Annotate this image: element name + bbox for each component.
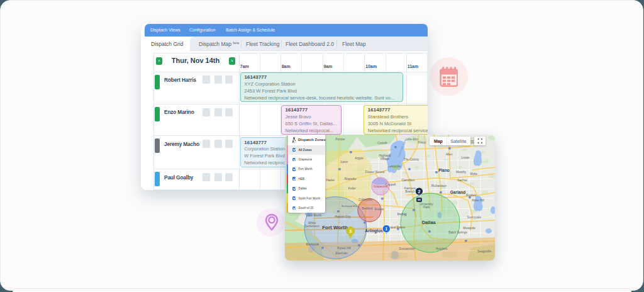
svg-text:Little Elm: Little Elm (406, 138, 418, 141)
svg-text:Flower Mound: Flower Mound (365, 171, 385, 174)
svg-text:Forest Hill: Forest Hill (337, 247, 351, 250)
svg-text:Irving: Irving (397, 212, 407, 216)
svg-text:Rowlett: Rowlett (466, 194, 477, 197)
svg-text:1: 1 (385, 227, 387, 231)
svg-text:Village: Village (380, 157, 390, 160)
svg-text:Haltom City: Haltom City (335, 215, 351, 218)
svg-text:Grapevine: Grapevine (374, 185, 387, 188)
svg-text:Fort Worth: Fort Worth (322, 225, 348, 230)
svg-text:2: 2 (418, 189, 420, 194)
svg-text:Benbrook: Benbrook (306, 243, 319, 246)
svg-text:Murphy: Murphy (456, 171, 467, 174)
svg-text:Richardson: Richardson (431, 184, 447, 188)
svg-text:Sachse: Sachse (457, 179, 467, 182)
svg-text:Lewisville: Lewisville (388, 165, 401, 168)
svg-text:Haslet: Haslet (326, 179, 335, 182)
svg-text:Hutchins: Hutchins (436, 247, 448, 250)
svg-text:Park: Park (423, 206, 430, 209)
svg-text:Ponder: Ponder (335, 138, 345, 141)
svg-text:Rose Hill: Rose Hill (472, 199, 484, 202)
svg-text:Arlington: Arlington (365, 228, 384, 233)
svg-text:Euless: Euless (375, 208, 384, 211)
svg-text:Colleyville: Colleyville (358, 198, 372, 201)
svg-text:Sunnyvale: Sunnyvale (467, 216, 482, 219)
svg-text:Lake Worth: Lake Worth (306, 214, 322, 217)
svg-text:Mesquite: Mesquite (463, 227, 475, 230)
svg-text:Dallas: Dallas (422, 220, 436, 225)
svg-text:Settlement: Settlement (305, 225, 320, 228)
svg-text:Argyle: Argyle (355, 157, 364, 160)
svg-text:Carrollton: Carrollton (402, 179, 415, 182)
svg-text:Wylie: Wylie (470, 172, 477, 176)
svg-text:Branch: Branch (405, 190, 415, 193)
svg-text:Seagoville: Seagoville (477, 250, 491, 253)
svg-text:Garland: Garland (450, 190, 466, 194)
svg-text:3: 3 (349, 229, 352, 233)
svg-text:Justin: Justin (340, 160, 348, 164)
svg-text:The Colony: The Colony (404, 158, 419, 161)
svg-text:Duncanville: Duncanville (399, 247, 415, 250)
svg-text:Frisco: Frisco (418, 141, 426, 144)
svg-text:Everman: Everman (335, 252, 348, 255)
svg-text:Lucas: Lucas (462, 156, 470, 159)
svg-text:Plano: Plano (438, 168, 450, 172)
svg-text:Keller: Keller (348, 187, 357, 190)
svg-text:Richland Hills: Richland Hills (341, 205, 357, 208)
svg-text:Roanoke: Roanoke (344, 177, 357, 181)
svg-text:Balch Springs: Balch Springs (448, 231, 467, 234)
svg-text:Bedford: Bedford (362, 207, 373, 210)
svg-text:Allen: Allen (446, 153, 453, 156)
svg-text:Corinth: Corinth (377, 142, 387, 145)
